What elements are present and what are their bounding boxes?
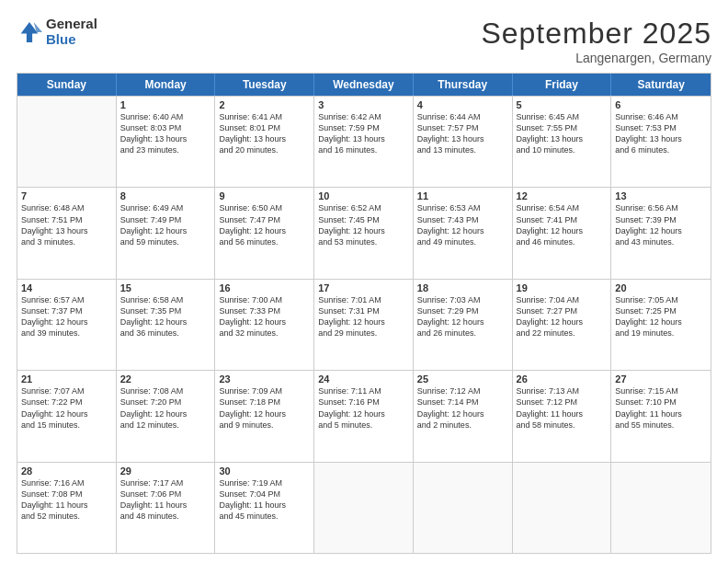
calendar-row-1: 7Sunrise: 6:48 AM Sunset: 7:51 PM Daylig… — [17, 187, 711, 278]
day-number: 30 — [219, 465, 310, 477]
day-number: 29 — [120, 465, 211, 477]
day-number: 9 — [219, 190, 310, 201]
cal-cell-21: 21Sunrise: 7:07 AM Sunset: 7:22 PM Dayli… — [17, 371, 117, 461]
day-number: 17 — [318, 282, 409, 293]
cal-cell-7: 7Sunrise: 6:48 AM Sunset: 7:51 PM Daylig… — [17, 188, 117, 278]
calendar-body: 1Sunrise: 6:40 AM Sunset: 8:03 PM Daylig… — [17, 96, 711, 553]
cell-sun-info: Sunrise: 6:50 AM Sunset: 7:47 PM Dayligh… — [219, 202, 310, 247]
page-header: General Blue September 2025 Langenargen,… — [17, 17, 711, 65]
cal-cell-1: 1Sunrise: 6:40 AM Sunset: 8:03 PM Daylig… — [117, 97, 216, 187]
cal-cell-19: 19Sunrise: 7:04 AM Sunset: 7:27 PM Dayli… — [513, 280, 612, 370]
cal-cell-empty-4-5 — [513, 463, 612, 553]
cal-cell-2: 2Sunrise: 6:41 AM Sunset: 8:01 PM Daylig… — [215, 97, 314, 187]
cell-sun-info: Sunrise: 7:12 AM Sunset: 7:14 PM Dayligh… — [417, 385, 508, 431]
cal-cell-6: 6Sunrise: 6:46 AM Sunset: 7:53 PM Daylig… — [611, 97, 711, 187]
cal-cell-26: 26Sunrise: 7:13 AM Sunset: 7:12 PM Dayli… — [513, 371, 612, 461]
cell-sun-info: Sunrise: 7:08 AM Sunset: 7:20 PM Dayligh… — [120, 385, 211, 431]
cell-sun-info: Sunrise: 7:09 AM Sunset: 7:18 PM Dayligh… — [219, 385, 310, 431]
cal-cell-12: 12Sunrise: 6:54 AM Sunset: 7:41 PM Dayli… — [513, 188, 612, 278]
cell-sun-info: Sunrise: 7:11 AM Sunset: 7:16 PM Dayligh… — [318, 385, 409, 431]
cell-sun-info: Sunrise: 7:15 AM Sunset: 7:10 PM Dayligh… — [615, 385, 707, 431]
day-number: 12 — [517, 190, 608, 201]
cal-cell-20: 20Sunrise: 7:05 AM Sunset: 7:25 PM Dayli… — [611, 280, 711, 370]
cal-cell-27: 27Sunrise: 7:15 AM Sunset: 7:10 PM Dayli… — [611, 371, 711, 461]
logo-text: General Blue — [46, 17, 97, 47]
cell-sun-info: Sunrise: 6:46 AM Sunset: 7:53 PM Dayligh… — [615, 111, 707, 156]
day-number: 6 — [615, 99, 707, 110]
cal-cell-18: 18Sunrise: 7:03 AM Sunset: 7:29 PM Dayli… — [414, 280, 513, 370]
day-number: 10 — [318, 190, 409, 201]
cal-cell-22: 22Sunrise: 7:08 AM Sunset: 7:20 PM Dayli… — [117, 371, 216, 461]
cell-sun-info: Sunrise: 7:07 AM Sunset: 7:22 PM Dayligh… — [21, 385, 112, 431]
cal-cell-28: 28Sunrise: 7:16 AM Sunset: 7:08 PM Dayli… — [17, 463, 117, 553]
weekday-header-wednesday: Wednesday — [314, 74, 414, 96]
cal-cell-empty-4-6 — [611, 463, 711, 553]
cell-sun-info: Sunrise: 6:56 AM Sunset: 7:39 PM Dayligh… — [615, 202, 707, 247]
cell-sun-info: Sunrise: 6:42 AM Sunset: 7:59 PM Dayligh… — [318, 111, 409, 156]
cal-cell-29: 29Sunrise: 7:17 AM Sunset: 7:06 PM Dayli… — [117, 463, 216, 553]
cell-sun-info: Sunrise: 7:16 AM Sunset: 7:08 PM Dayligh… — [21, 477, 112, 523]
cell-sun-info: Sunrise: 6:48 AM Sunset: 7:51 PM Dayligh… — [21, 202, 112, 247]
cal-cell-14: 14Sunrise: 6:57 AM Sunset: 7:37 PM Dayli… — [17, 280, 117, 370]
day-number: 24 — [318, 373, 409, 385]
cell-sun-info: Sunrise: 7:01 AM Sunset: 7:31 PM Dayligh… — [318, 294, 409, 339]
day-number: 7 — [21, 190, 112, 201]
cell-sun-info: Sunrise: 6:58 AM Sunset: 7:35 PM Dayligh… — [120, 294, 211, 339]
day-number: 15 — [120, 282, 211, 293]
cell-sun-info: Sunrise: 7:00 AM Sunset: 7:33 PM Dayligh… — [219, 294, 310, 339]
cal-cell-empty-4-3 — [314, 463, 414, 553]
cell-sun-info: Sunrise: 6:40 AM Sunset: 8:03 PM Dayligh… — [120, 111, 211, 156]
cal-cell-15: 15Sunrise: 6:58 AM Sunset: 7:35 PM Dayli… — [117, 280, 216, 370]
cal-cell-3: 3Sunrise: 6:42 AM Sunset: 7:59 PM Daylig… — [314, 97, 414, 187]
day-number: 8 — [120, 190, 211, 201]
day-number: 16 — [219, 282, 310, 293]
cell-sun-info: Sunrise: 7:05 AM Sunset: 7:25 PM Dayligh… — [615, 294, 707, 339]
cell-sun-info: Sunrise: 6:45 AM Sunset: 7:55 PM Dayligh… — [517, 111, 608, 156]
cal-cell-11: 11Sunrise: 6:53 AM Sunset: 7:43 PM Dayli… — [414, 188, 513, 278]
cal-cell-13: 13Sunrise: 6:56 AM Sunset: 7:39 PM Dayli… — [611, 188, 711, 278]
cal-cell-5: 5Sunrise: 6:45 AM Sunset: 7:55 PM Daylig… — [513, 97, 612, 187]
cell-sun-info: Sunrise: 6:52 AM Sunset: 7:45 PM Dayligh… — [318, 202, 409, 247]
cell-sun-info: Sunrise: 6:54 AM Sunset: 7:41 PM Dayligh… — [517, 202, 608, 247]
calendar-header: SundayMondayTuesdayWednesdayThursdayFrid… — [17, 74, 711, 96]
cal-cell-10: 10Sunrise: 6:52 AM Sunset: 7:45 PM Dayli… — [314, 188, 414, 278]
day-number: 25 — [417, 373, 508, 385]
day-number: 21 — [21, 373, 112, 385]
cal-cell-4: 4Sunrise: 6:44 AM Sunset: 7:57 PM Daylig… — [414, 97, 513, 187]
day-number: 11 — [417, 190, 508, 201]
cal-cell-empty-4-4 — [414, 463, 513, 553]
cal-cell-30: 30Sunrise: 7:19 AM Sunset: 7:04 PM Dayli… — [215, 463, 314, 553]
day-number: 23 — [219, 373, 310, 385]
calendar-row-0: 1Sunrise: 6:40 AM Sunset: 8:03 PM Daylig… — [17, 96, 711, 187]
day-number: 22 — [120, 373, 211, 385]
cal-cell-16: 16Sunrise: 7:00 AM Sunset: 7:33 PM Dayli… — [215, 280, 314, 370]
cell-sun-info: Sunrise: 6:57 AM Sunset: 7:37 PM Dayligh… — [21, 294, 112, 339]
day-number: 3 — [318, 99, 409, 110]
cell-sun-info: Sunrise: 7:03 AM Sunset: 7:29 PM Dayligh… — [417, 294, 508, 339]
day-number: 14 — [21, 282, 112, 293]
cell-sun-info: Sunrise: 7:17 AM Sunset: 7:06 PM Dayligh… — [120, 477, 211, 523]
weekday-header-saturday: Saturday — [611, 74, 711, 96]
logo: General Blue — [17, 17, 97, 47]
day-number: 20 — [615, 282, 707, 293]
day-number: 28 — [21, 465, 112, 477]
cal-cell-9: 9Sunrise: 6:50 AM Sunset: 7:47 PM Daylig… — [215, 188, 314, 278]
calendar-grid: SundayMondayTuesdayWednesdayThursdayFrid… — [17, 73, 711, 554]
weekday-header-friday: Friday — [513, 74, 612, 96]
day-number: 27 — [615, 373, 707, 385]
cell-sun-info: Sunrise: 6:49 AM Sunset: 7:49 PM Dayligh… — [120, 202, 211, 247]
day-number: 5 — [517, 99, 608, 110]
location-text: Langenargen, Germany — [481, 51, 711, 65]
calendar-page: General Blue September 2025 Langenargen,… — [0, 0, 728, 563]
cell-sun-info: Sunrise: 7:04 AM Sunset: 7:27 PM Dayligh… — [517, 294, 608, 339]
day-number: 1 — [120, 99, 211, 110]
title-block: September 2025 Langenargen, Germany — [481, 17, 711, 65]
cell-sun-info: Sunrise: 6:41 AM Sunset: 8:01 PM Dayligh… — [219, 111, 310, 156]
calendar-row-4: 28Sunrise: 7:16 AM Sunset: 7:08 PM Dayli… — [17, 462, 711, 553]
day-number: 2 — [219, 99, 310, 110]
calendar-row-2: 14Sunrise: 6:57 AM Sunset: 7:37 PM Dayli… — [17, 279, 711, 370]
cal-cell-17: 17Sunrise: 7:01 AM Sunset: 7:31 PM Dayli… — [314, 280, 414, 370]
month-title: September 2025 — [481, 17, 711, 51]
cal-cell-24: 24Sunrise: 7:11 AM Sunset: 7:16 PM Dayli… — [314, 371, 414, 461]
cell-sun-info: Sunrise: 7:13 AM Sunset: 7:12 PM Dayligh… — [517, 385, 608, 431]
